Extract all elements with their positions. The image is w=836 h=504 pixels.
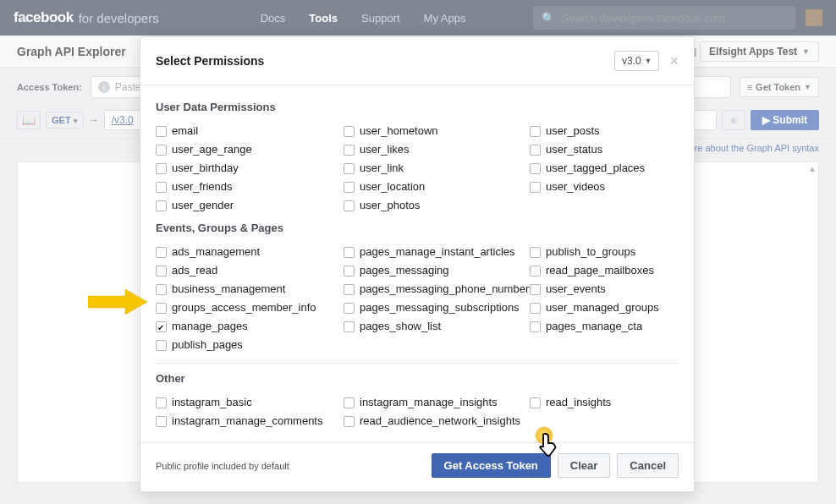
checkbox-icon[interactable] <box>344 303 355 314</box>
checkbox-icon[interactable] <box>344 163 355 174</box>
perm-read_insights[interactable]: read_insights <box>530 393 679 412</box>
perm-user_age_range[interactable]: user_age_range <box>156 140 344 159</box>
checkbox-icon[interactable] <box>156 163 167 174</box>
perm-pages_show_list[interactable]: pages_show_list <box>344 317 530 336</box>
perm-label: business_management <box>172 282 285 297</box>
checkbox-icon[interactable] <box>156 284 167 295</box>
footer-buttons: Get Access Token Clear Cancel <box>432 453 679 478</box>
perm-label: pages_messaging_subscriptions <box>360 300 520 315</box>
perm-instagram_manage_insights[interactable]: instagram_manage_insights <box>344 393 530 412</box>
perm-user_birthday[interactable]: user_birthday <box>156 159 344 178</box>
checkbox-icon[interactable] <box>344 145 355 156</box>
checkbox-icon[interactable] <box>344 200 355 211</box>
perm-publish_pages[interactable]: publish_pages <box>156 336 344 354</box>
checkbox-icon[interactable] <box>344 284 355 295</box>
perm-user_location[interactable]: user_location <box>344 178 530 196</box>
checkbox-icon[interactable] <box>530 284 541 295</box>
perm-label: read_audience_network_insights <box>360 414 520 429</box>
checkbox-icon[interactable] <box>156 321 167 332</box>
modal-header: Select Permissions v3.0 ▼ × <box>140 37 694 85</box>
perm-user_events[interactable]: user_events <box>530 280 679 299</box>
checkbox-icon[interactable] <box>344 266 355 277</box>
cancel-button[interactable]: Cancel <box>617 453 679 478</box>
checkbox-icon[interactable] <box>156 182 167 193</box>
get-access-token-button[interactable]: Get Access Token <box>432 453 551 478</box>
highlight-arrow-icon <box>88 289 147 315</box>
checkbox-icon[interactable] <box>530 182 541 193</box>
close-icon[interactable]: × <box>669 52 679 70</box>
checkbox-icon[interactable] <box>156 247 167 258</box>
perm-instagram_manage_comments[interactable]: instagram_manage_comments <box>156 412 344 430</box>
perm-label: user_hometown <box>360 123 438 139</box>
perm-user_posts[interactable]: user_posts <box>530 122 679 140</box>
perm-ads_management[interactable]: ads_management <box>156 243 344 261</box>
perm-user_link[interactable]: user_link <box>344 159 530 178</box>
checkbox-icon[interactable] <box>156 145 167 156</box>
perm-label: pages_manage_instant_articles <box>360 244 515 260</box>
checkbox-icon[interactable] <box>530 126 541 137</box>
perm-business_management[interactable]: business_management <box>156 280 344 299</box>
permissions-modal: Select Permissions v3.0 ▼ × User Data Pe… <box>140 36 695 492</box>
modal-footer: Public profile included by default Get A… <box>140 442 694 491</box>
checkbox-icon[interactable] <box>156 200 167 211</box>
perm-user_gender[interactable]: user_gender <box>156 196 344 215</box>
perm-read_audience_network_insights[interactable]: read_audience_network_insights <box>344 412 530 430</box>
perm-pages_manage_cta[interactable]: pages_manage_cta <box>530 317 679 336</box>
perm-user_photos[interactable]: user_photos <box>344 196 530 215</box>
checkbox-icon[interactable] <box>344 321 355 332</box>
perm-label: user_status <box>546 142 602 157</box>
perm-pages_messaging[interactable]: pages_messaging <box>344 261 530 280</box>
checkbox-icon[interactable] <box>530 163 541 174</box>
perm-instagram_basic[interactable]: instagram_basic <box>156 393 344 412</box>
perm-email[interactable]: email <box>156 122 344 140</box>
perm-user_managed_groups[interactable]: user_managed_groups <box>530 299 679 317</box>
perm-user_tagged_places[interactable]: user_tagged_places <box>530 159 679 178</box>
perm-label: read_insights <box>546 395 611 410</box>
checkbox-icon[interactable] <box>530 247 541 258</box>
perm-manage_pages[interactable]: manage_pages <box>156 317 344 336</box>
checkbox-icon[interactable] <box>530 266 541 277</box>
perm-user_likes[interactable]: user_likes <box>344 140 530 159</box>
perm-user_friends[interactable]: user_friends <box>156 178 344 196</box>
perm-label: pages_manage_cta <box>546 319 642 334</box>
checkbox-icon[interactable] <box>156 340 167 351</box>
footer-note: Public profile included by default <box>156 461 289 471</box>
checkbox-icon[interactable] <box>156 303 167 314</box>
perm-label: user_likes <box>360 142 410 157</box>
checkbox-icon[interactable] <box>530 321 541 332</box>
perm-ads_read[interactable]: ads_read <box>156 261 344 280</box>
perm-read_page_mailboxes[interactable]: read_page_mailboxes <box>530 261 679 280</box>
perm-user_status[interactable]: user_status <box>530 140 679 159</box>
perm-label: user_birthday <box>172 161 239 176</box>
perm-label: user_location <box>360 179 425 194</box>
user-perm-grid: emailuser_age_rangeuser_birthdayuser_fri… <box>156 122 679 215</box>
perm-pages_manage_instant_articles[interactable]: pages_manage_instant_articles <box>344 243 530 261</box>
checkbox-icon[interactable] <box>156 397 167 408</box>
checkbox-icon[interactable] <box>344 182 355 193</box>
perm-label: user_gender <box>172 198 234 213</box>
perm-user_videos[interactable]: user_videos <box>530 178 679 196</box>
perm-publish_to_groups[interactable]: publish_to_groups <box>530 243 679 261</box>
checkbox-icon[interactable] <box>530 145 541 156</box>
checkbox-icon[interactable] <box>156 416 167 427</box>
perm-pages_messaging_subscriptions[interactable]: pages_messaging_subscriptions <box>344 299 530 317</box>
checkbox-icon[interactable] <box>156 126 167 137</box>
perm-label: user_videos <box>546 179 605 194</box>
perm-label: ads_management <box>172 244 260 260</box>
perm-label: groups_access_member_info <box>172 300 316 315</box>
perm-pages_messaging_phone_number[interactable]: pages_messaging_phone_number <box>344 280 530 299</box>
perm-label: pages_messaging <box>360 263 449 278</box>
checkbox-icon[interactable] <box>344 416 355 427</box>
perm-user_hometown[interactable]: user_hometown <box>344 122 530 140</box>
clear-button[interactable]: Clear <box>558 453 611 478</box>
modal-title: Select Permissions <box>156 54 264 68</box>
checkbox-icon[interactable] <box>156 266 167 277</box>
checkbox-icon[interactable] <box>530 303 541 314</box>
perm-groups_access_member_info[interactable]: groups_access_member_info <box>156 299 344 317</box>
checkbox-icon[interactable] <box>344 247 355 258</box>
version-select[interactable]: v3.0 ▼ <box>614 51 660 71</box>
checkbox-icon[interactable] <box>530 397 541 408</box>
checkbox-icon[interactable] <box>344 397 355 408</box>
checkbox-icon[interactable] <box>344 126 355 137</box>
section-user-title: User Data Permissions <box>156 101 679 113</box>
